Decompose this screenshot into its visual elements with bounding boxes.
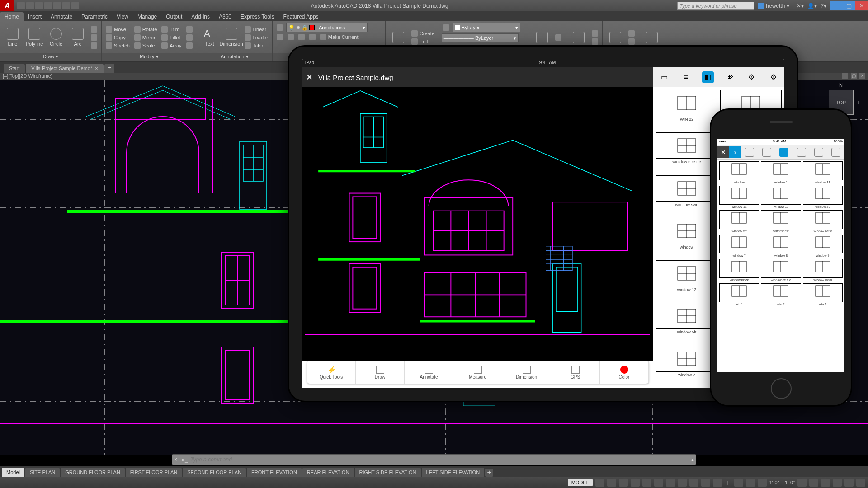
qat-open-icon[interactable] (26, 2, 34, 9)
iphone-block-item[interactable]: win 3 (803, 283, 843, 306)
fillet-button[interactable]: Fillet (160, 34, 183, 41)
tab-home[interactable]: Home (0, 12, 24, 21)
close-button[interactable]: ✕ (855, 1, 868, 10)
status-polar-icon[interactable] (631, 479, 640, 487)
iphone-block-item[interactable]: window rbnkl (803, 259, 843, 282)
text-button[interactable]: AText (200, 23, 220, 52)
layout-second[interactable]: SECOND FLOOR PLAN (183, 468, 246, 477)
ipad-tool-settings-icon[interactable]: ⚙ (745, 71, 757, 83)
ellipse-button[interactable] (90, 34, 99, 41)
edit-block-button[interactable]: Edit (410, 38, 436, 45)
command-input[interactable] (190, 456, 691, 463)
qat-new-icon[interactable] (17, 2, 25, 9)
status-icon3[interactable] (758, 479, 767, 487)
iphone-select-icon[interactable] (741, 148, 758, 157)
ipad-gps-button[interactable]: GPS (551, 361, 600, 384)
layout-left[interactable]: LEFT SIDE ELEVATION (422, 468, 485, 477)
help-search-input[interactable] (677, 2, 754, 10)
cmd-up-icon[interactable]: ▴ (691, 456, 694, 463)
cmd-close-icon[interactable]: × (174, 456, 182, 463)
layer-btn1[interactable] (275, 33, 284, 41)
ipad-block-item[interactable]: window 7 (656, 346, 717, 385)
ipad-annotate-button[interactable]: Annotate (405, 361, 453, 384)
layout-model[interactable]: Model (2, 468, 24, 477)
ipad-block-item[interactable]: win dow e re r e (656, 132, 717, 172)
iphone-block-item[interactable]: window 11 (803, 161, 843, 184)
status-ortho-icon[interactable] (619, 479, 628, 487)
create-block-button[interactable]: Create (410, 30, 436, 37)
ipad-tool-layers-icon[interactable]: ≡ (680, 71, 692, 83)
ipad-tool-select-icon[interactable]: ▭ (658, 71, 670, 83)
command-line[interactable]: × ▸_ ▴ (172, 454, 696, 465)
move-button[interactable]: Move (104, 26, 131, 33)
ipad-measure-button[interactable]: Measure (453, 361, 502, 384)
mirror-button[interactable]: Mirror (133, 34, 158, 41)
minimize-button[interactable]: — (830, 1, 843, 10)
tab-annotate[interactable]: Annotate (46, 12, 77, 21)
layer-btn4[interactable] (308, 33, 317, 41)
tab-addins[interactable]: Add-ins (187, 12, 214, 21)
iphone-view-icon[interactable] (793, 148, 810, 157)
iphone-blocks-icon[interactable] (775, 148, 793, 157)
layout-front[interactable]: FRONT ELEVATION (247, 468, 302, 477)
panel-modify-label[interactable]: Modify ▾ (102, 53, 197, 61)
ipad-tool-blocks-icon[interactable]: ◧ (702, 71, 714, 83)
arc-button[interactable]: Arc (68, 23, 88, 52)
layout-right[interactable]: RIGHT SIDE ELEVATION (355, 468, 421, 477)
iphone-block-item[interactable]: window 7 (719, 235, 759, 257)
status-ws-icon[interactable] (809, 479, 818, 487)
status-trans-icon[interactable] (701, 479, 710, 487)
layout-rear[interactable]: REAR ELEVATION (302, 468, 354, 477)
modify-btn1[interactable] (185, 26, 194, 33)
layout-site[interactable]: SITE PLAN (25, 468, 60, 477)
iphone-block-item[interactable]: window 25 (803, 186, 843, 208)
iphone-block-item[interactable]: window 9 (803, 235, 843, 257)
layer-btn2[interactable] (286, 33, 295, 41)
layerprops-button[interactable] (275, 24, 284, 31)
maximize-button[interactable]: ▢ (843, 1, 855, 10)
ipad-close-icon[interactable]: ✕ (306, 72, 313, 82)
matchprops-button[interactable] (442, 23, 451, 32)
status-model[interactable]: MODEL (568, 479, 593, 486)
layout-add-button[interactable]: + (485, 469, 493, 477)
rect-button[interactable] (90, 26, 99, 33)
user-menu[interactable]: hewetth▾ (754, 3, 793, 9)
layout-first[interactable]: FIRST FLOOR PLAN (126, 468, 182, 477)
status-qp-icon[interactable] (713, 479, 722, 487)
rotate-button[interactable]: Rotate (133, 26, 158, 33)
dimension-button[interactable]: Dimension (222, 23, 241, 52)
status-osnap-icon[interactable] (642, 479, 651, 487)
ipad-tool-gear-icon[interactable]: ⚙ (768, 71, 779, 83)
modify-btn3[interactable] (185, 42, 194, 49)
layout-ground[interactable]: GROUND FLOOR PLAN (61, 468, 125, 477)
new-tab-button[interactable]: + (104, 64, 114, 73)
status-dyn-icon[interactable] (678, 479, 687, 487)
iphone-block-item[interactable]: window 5st (761, 210, 801, 233)
qat-undo-icon[interactable] (62, 2, 70, 9)
tab-parametric[interactable]: Parametric (77, 12, 112, 21)
copy-button[interactable]: Copy (104, 34, 131, 41)
qat-save-icon[interactable] (35, 2, 43, 9)
iphone-block-item[interactable]: window 8 (761, 235, 801, 257)
tab-view[interactable]: View (112, 12, 133, 21)
panel-draw-label[interactable]: Draw ▾ (0, 53, 101, 61)
iphone-layers-icon[interactable] (758, 148, 775, 157)
close-tab-icon[interactable]: × (95, 66, 98, 71)
hatch-button[interactable] (90, 42, 99, 49)
leader-button[interactable]: Leader (243, 34, 269, 41)
linetype-combo[interactable]: —————— ByLayer▾ (442, 33, 519, 42)
ipad-color-button[interactable]: Color (600, 361, 649, 384)
ipad-block-item[interactable]: WIN 22 (656, 90, 717, 130)
iphone-block-item[interactable]: window 17 (761, 186, 801, 208)
status-iso-icon[interactable] (833, 479, 842, 487)
vp-min-icon[interactable]: — (842, 73, 848, 79)
app-logo[interactable]: A (0, 0, 14, 11)
status-hw-icon[interactable] (821, 479, 830, 487)
circle-button[interactable]: Circle (46, 23, 66, 52)
tab-featured[interactable]: Featured Apps (279, 12, 323, 21)
vp-max-icon[interactable]: ▢ (851, 73, 857, 79)
tab-manage[interactable]: Manage (133, 12, 161, 21)
color-combo[interactable]: ByLayer▾ (453, 23, 520, 32)
status-icon1[interactable] (734, 479, 743, 487)
tab-a360[interactable]: A360 (214, 12, 236, 21)
